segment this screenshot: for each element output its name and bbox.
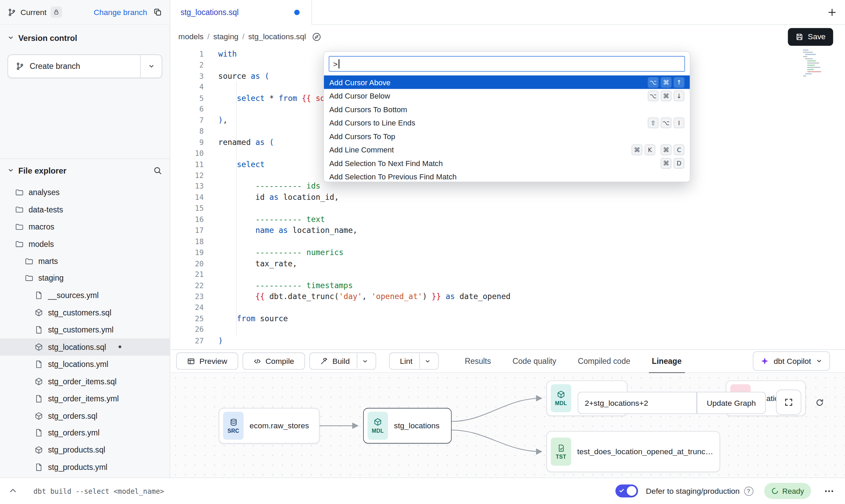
line-number[interactable]: 12 [171, 170, 204, 181]
line-number[interactable]: 4 [171, 81, 204, 92]
code-line[interactable]: 27) [171, 335, 845, 346]
file-tree-item-__sources.yml[interactable]: __sources.yml [0, 287, 170, 304]
file-tree-item-stg_products.sql[interactable]: stg_products.sql [0, 442, 170, 459]
line-number[interactable]: 27 [171, 335, 204, 346]
update-graph-button[interactable]: Update Graph [697, 392, 766, 414]
code-line[interactable]: 23 {{ dbt.date_trunc('day', 'opened_at')… [171, 291, 845, 302]
refresh-button[interactable] [812, 395, 827, 410]
file-tree-item-stg_orders.sql[interactable]: stg_orders.sql [0, 407, 170, 424]
line-number[interactable]: 15 [171, 203, 204, 214]
code-line[interactable]: 18 [171, 236, 845, 247]
line-number[interactable]: 8 [171, 125, 204, 136]
file-tree-item-staging[interactable]: staging [0, 270, 170, 287]
lint-button[interactable]: Lint [389, 353, 439, 370]
dbt-copilot-button[interactable]: dbt Copilot [753, 351, 830, 371]
line-number[interactable]: 26 [171, 324, 204, 335]
code-line[interactable]: 15 [171, 203, 845, 214]
create-branch-dropdown[interactable] [140, 55, 162, 77]
code-line[interactable]: 24 [171, 302, 845, 313]
line-number[interactable]: 23 [171, 291, 204, 302]
build-dropdown[interactable] [357, 354, 372, 369]
line-number[interactable]: 5 [171, 93, 204, 104]
line-number[interactable]: 22 [171, 280, 204, 291]
command-item-add-selection-to-next-find-match[interactable]: Add Selection To Next Find Match⌘D [324, 156, 690, 170]
line-number[interactable]: 18 [171, 236, 204, 247]
line-number[interactable]: 1 [171, 48, 204, 59]
file-tree-item-stg_orders.yml[interactable]: stg_orders.yml [0, 424, 170, 441]
file-tree-item-stg_products.yml[interactable]: stg_products.yml [0, 459, 170, 476]
lint-dropdown[interactable] [419, 354, 435, 369]
line-number[interactable]: 13 [171, 181, 204, 192]
compile-button[interactable]: Compile [242, 353, 305, 370]
defer-toggle[interactable] [616, 485, 638, 498]
ready-status-badge[interactable]: Ready [764, 483, 811, 499]
command-item-add-cursors-to-bottom[interactable]: Add Cursors To Bottom [324, 102, 690, 116]
panel-tab-code-quality[interactable]: Code quality [502, 349, 567, 373]
line-number[interactable]: 20 [171, 258, 204, 269]
command-palette-input[interactable]: > [329, 56, 685, 72]
create-branch-button[interactable]: Create branch [8, 55, 162, 78]
breadcrumb-staging[interactable]: staging [213, 32, 238, 41]
line-number[interactable]: 25 [171, 313, 204, 324]
compass-icon[interactable] [312, 32, 321, 41]
file-tree-item-data-tests[interactable]: data-tests [0, 201, 170, 218]
line-number[interactable]: 7 [171, 115, 204, 125]
file-tree-item-models[interactable]: models [0, 235, 170, 252]
command-item-add-cursor-above[interactable]: Add Cursor Above⌥⌘↑ [324, 75, 690, 89]
copy-icon[interactable] [153, 8, 162, 17]
file-tree-item-stg_customers.yml[interactable]: stg_customers.yml [0, 321, 170, 338]
line-number[interactable]: 16 [171, 214, 204, 225]
file-tree-item-stg_order_items.sql[interactable]: stg_order_items.sql [0, 373, 170, 390]
panel-tab-results[interactable]: Results [454, 349, 502, 373]
file-tree-item-marts[interactable]: marts [0, 252, 170, 269]
file-tree-item-analyses[interactable]: analyses [0, 184, 170, 201]
line-number[interactable]: 19 [171, 247, 204, 258]
line-number[interactable]: 3 [171, 71, 204, 81]
code-line[interactable]: 26 [171, 324, 845, 335]
tab-stg-locations-sql[interactable]: stg_locations.sql [171, 0, 312, 25]
line-number[interactable]: 11 [171, 159, 204, 169]
version-control-header[interactable]: Version control [0, 26, 170, 50]
build-button[interactable]: Build [309, 353, 376, 370]
dbt-command-text[interactable]: dbt build --select <model_name> [33, 487, 164, 495]
file-tree-item-macros[interactable]: macros [0, 218, 170, 235]
breadcrumb-models[interactable]: models [178, 32, 204, 41]
more-menu-button[interactable] [822, 484, 836, 498]
line-number[interactable]: 2 [171, 60, 204, 71]
command-item-add-cursors-to-top[interactable]: Add Cursors To Top [324, 129, 690, 143]
file-tree-item-stg_locations.yml[interactable]: stg_locations.yml [0, 356, 170, 373]
line-number[interactable]: 17 [171, 225, 204, 236]
code-line[interactable]: 14 id as location_id, [171, 192, 845, 203]
help-icon[interactable]: ? [744, 486, 753, 495]
command-item-add-line-comment[interactable]: Add Line Comment⌘K⌘C [324, 143, 690, 157]
code-line[interactable]: 19 ---------- numerics [171, 247, 845, 258]
preview-button[interactable]: Preview [176, 353, 238, 370]
change-branch-link[interactable]: Change branch [94, 8, 147, 16]
code-line[interactable]: 16 ---------- text [171, 214, 845, 225]
command-item-add-cursors-to-line-ends[interactable]: Add Cursors to Line Ends⇧⌥I [324, 116, 690, 130]
code-line[interactable]: 22 ---------- timestamps [171, 280, 845, 291]
panel-tab-compiled-code[interactable]: Compiled code [567, 349, 641, 373]
file-tree-item-stg_locations.sql[interactable]: stg_locations.sql [0, 338, 170, 355]
command-item-add-selection-to-previous-find-match[interactable]: Add Selection To Previous Find Match [324, 170, 690, 182]
code-line[interactable]: 21 [171, 269, 845, 280]
save-button[interactable]: Save [788, 28, 833, 45]
line-number[interactable]: 14 [171, 192, 204, 203]
panel-tab-lineage[interactable]: Lineage [641, 349, 692, 373]
command-item-add-cursor-below[interactable]: Add Cursor Below⌥⌘↓ [324, 89, 690, 103]
code-line[interactable]: 13 ---------- ids [171, 181, 845, 192]
line-number[interactable]: 21 [171, 269, 204, 280]
file-tree-item-stg_order_items.yml[interactable]: stg_order_items.yml [0, 390, 170, 407]
fullscreen-button[interactable] [776, 390, 801, 415]
lineage-search-input[interactable] [578, 392, 697, 414]
line-number[interactable]: 24 [171, 302, 204, 313]
line-number[interactable]: 10 [171, 148, 204, 159]
minimap[interactable] [803, 48, 821, 78]
search-icon[interactable] [153, 166, 162, 175]
code-line[interactable]: 17 name as location_name, [171, 225, 845, 236]
status-bar-expand-button[interactable] [9, 487, 17, 495]
lineage-node-test[interactable]: TST test_does_location_opened_at_trunc_t… [546, 431, 720, 472]
code-line[interactable]: 20 tax_rate, [171, 258, 845, 269]
new-tab-button[interactable] [826, 6, 838, 18]
line-number[interactable]: 6 [171, 104, 204, 115]
